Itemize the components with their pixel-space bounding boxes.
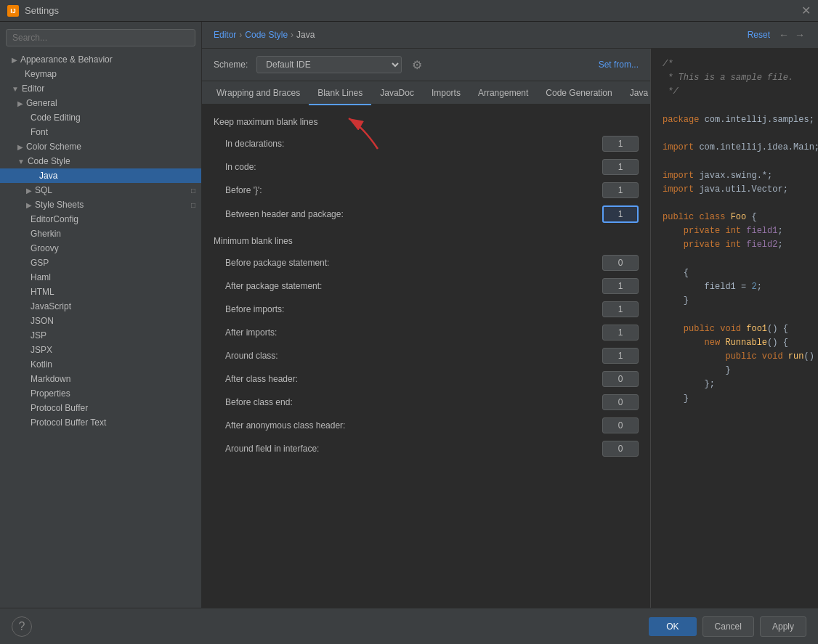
form-row-1-6: Before class end: bbox=[214, 393, 639, 412]
titlebar: IJ Settings ✕ bbox=[0, 0, 818, 22]
close-button[interactable]: ✕ bbox=[801, 4, 811, 17]
sidebar-item-html[interactable]: HTML bbox=[0, 285, 201, 299]
sidebar-item-editorconfig[interactable]: EditorConfig bbox=[0, 212, 201, 227]
form-input-0-0[interactable] bbox=[602, 136, 639, 152]
sidebar-item-code-editing[interactable]: Code Editing bbox=[0, 110, 201, 125]
form-label-0-2: Before '}': bbox=[214, 185, 602, 195]
scheme-label: Scheme: bbox=[214, 60, 248, 70]
scheme-row: Scheme: Default IDE Project ⚙ Set from..… bbox=[202, 49, 650, 81]
settings-left: Scheme: Default IDE Project ⚙ Set from..… bbox=[202, 49, 651, 608]
sidebar-item-keymap[interactable]: Keymap bbox=[0, 67, 201, 81]
form-row-1-3: After imports: bbox=[214, 323, 639, 342]
form-input-1-2[interactable] bbox=[602, 301, 639, 317]
cancel-button[interactable]: Cancel bbox=[702, 616, 754, 637]
form-row-1-5: After class header: bbox=[214, 370, 639, 388]
form-input-1-1[interactable] bbox=[602, 278, 639, 294]
set-from-button[interactable]: Set from... bbox=[599, 60, 639, 70]
form-label-1-5: After class header: bbox=[214, 374, 602, 384]
tab-blank-lines[interactable]: Blank Lines bbox=[309, 82, 371, 105]
nav-back-button[interactable]: ← bbox=[777, 28, 790, 42]
form-input-1-0[interactable] bbox=[602, 255, 639, 271]
apply-button[interactable]: Apply bbox=[760, 616, 806, 637]
form-input-1-5[interactable] bbox=[602, 371, 639, 387]
sidebar-label-5: Font bbox=[31, 127, 48, 137]
sidebar-item-gherkin[interactable]: Gherkin bbox=[0, 227, 201, 241]
code-line bbox=[663, 155, 806, 168]
form-input-1-6[interactable] bbox=[602, 394, 639, 410]
sidebar-item-font[interactable]: Font bbox=[0, 125, 201, 139]
sidebar-item-properties[interactable]: Properties bbox=[0, 386, 201, 401]
expand-arrow-10: ▶ bbox=[26, 201, 32, 209]
sidebar-item-json[interactable]: JSON bbox=[0, 314, 201, 328]
help-button[interactable]: ? bbox=[12, 616, 32, 637]
sidebar-label-16: HTML bbox=[31, 287, 54, 297]
ok-button[interactable]: OK bbox=[649, 617, 696, 636]
form-input-0-1[interactable] bbox=[602, 159, 639, 175]
form-input-0-2[interactable] bbox=[602, 182, 639, 198]
sidebar-label-8: Java bbox=[39, 171, 57, 181]
tab-javadoc[interactable]: JavaDoc bbox=[371, 82, 423, 105]
search-input[interactable] bbox=[6, 29, 195, 46]
sidebar-item-jspx[interactable]: JSPX bbox=[0, 343, 201, 357]
code-line: { bbox=[663, 266, 806, 280]
tab-imports[interactable]: Imports bbox=[423, 82, 469, 105]
breadcrumb-sep-1: › bbox=[239, 30, 242, 40]
tab-code-generation[interactable]: Code Generation bbox=[537, 82, 620, 105]
tabs-row: Wrapping and Braces Blank Lines JavaDoc … bbox=[202, 81, 650, 105]
sidebar-label-9: SQL bbox=[35, 185, 52, 195]
sidebar-label-4: Code Editing bbox=[31, 113, 81, 123]
form-label-1-7: After anonymous class header: bbox=[214, 420, 602, 431]
sidebar-item-general[interactable]: ▶General bbox=[0, 96, 201, 110]
sidebar-item-markdown[interactable]: Markdown bbox=[0, 372, 201, 386]
sidebar-item-code-style[interactable]: ▼Code Style bbox=[0, 154, 201, 168]
form-input-1-7[interactable] bbox=[602, 417, 639, 433]
sidebar-item-sql[interactable]: ▶SQL□ bbox=[0, 183, 201, 197]
code-line: private int field1; bbox=[663, 224, 806, 238]
expand-arrow-3: ▶ bbox=[17, 99, 23, 107]
sidebar-item-protocol-buffer-text[interactable]: Protocol Buffer Text bbox=[0, 415, 201, 430]
sidebar-item-gsp[interactable]: GSP bbox=[0, 256, 201, 270]
sidebar-item-kotlin[interactable]: Kotlin bbox=[0, 357, 201, 372]
form-input-1-3[interactable] bbox=[602, 325, 639, 341]
sidebar-item-protocol-buffer[interactable]: Protocol Buffer bbox=[0, 401, 201, 415]
code-line: import com.intellij.idea.Main; bbox=[663, 141, 806, 155]
reset-button[interactable]: Reset bbox=[743, 28, 774, 41]
breadcrumb-java: Java bbox=[296, 30, 315, 40]
nav-forward-button[interactable]: → bbox=[793, 28, 806, 42]
sidebar-item-haml[interactable]: Haml bbox=[0, 270, 201, 285]
sidebar-item-style-sheets[interactable]: ▶Style Sheets□ bbox=[0, 197, 201, 212]
form-row-1-2: Before imports: bbox=[214, 300, 639, 319]
form-input-1-8[interactable] bbox=[602, 441, 639, 457]
tab-java-ee-names[interactable]: Java EE Names bbox=[621, 82, 651, 105]
code-line: new Runnable() { bbox=[663, 336, 806, 350]
sidebar-label-11: EditorConfig bbox=[31, 214, 78, 224]
form-input-0-3[interactable] bbox=[602, 205, 639, 223]
sidebar-item-appearance-&-behavior[interactable]: ▶Appearance & Behavior bbox=[0, 52, 201, 67]
breadcrumb-editor[interactable]: Editor bbox=[214, 30, 236, 40]
sidebar-item-javascript[interactable]: JavaScript bbox=[0, 299, 201, 314]
gear-button[interactable]: ⚙ bbox=[410, 57, 424, 73]
sidebar-item-color-scheme[interactable]: ▶Color Scheme bbox=[0, 139, 201, 154]
form-input-1-4[interactable] bbox=[602, 348, 639, 364]
scheme-select[interactable]: Default IDE Project bbox=[256, 56, 402, 73]
section-title-0: Keep maximum blank lines bbox=[214, 117, 639, 127]
sidebar-label-12: Gherkin bbox=[31, 229, 61, 239]
form-label-1-8: Around field in interface: bbox=[214, 444, 602, 454]
code-line bbox=[663, 99, 806, 113]
content-area: Editor › Code Style › Java Reset ← → Sch… bbox=[202, 22, 818, 608]
sidebar-item-java[interactable]: Java bbox=[0, 168, 201, 183]
tab-arrangement[interactable]: Arrangement bbox=[469, 82, 537, 105]
sidebar-item-jsp[interactable]: JSP bbox=[0, 328, 201, 343]
tab-wrapping-braces[interactable]: Wrapping and Braces bbox=[208, 82, 309, 105]
sidebar-item-editor[interactable]: ▼Editor bbox=[0, 81, 201, 96]
breadcrumb-code-style[interactable]: Code Style bbox=[245, 30, 288, 40]
code-line: package com.intellij.samples; bbox=[663, 113, 806, 127]
code-line: field1 = 2; bbox=[663, 280, 806, 294]
form-label-1-2: Before imports: bbox=[214, 304, 602, 314]
code-line: public class Foo { bbox=[663, 211, 806, 224]
form-row-0-0: In declarations: bbox=[214, 134, 639, 153]
sidebar-label-21: Kotlin bbox=[31, 359, 52, 370]
sidebar-item-groovy[interactable]: Groovy bbox=[0, 241, 201, 256]
main-container: ▶Appearance & BehaviorKeymap▼Editor▶Gene… bbox=[0, 22, 818, 608]
form-label-1-4: Around class: bbox=[214, 351, 602, 361]
